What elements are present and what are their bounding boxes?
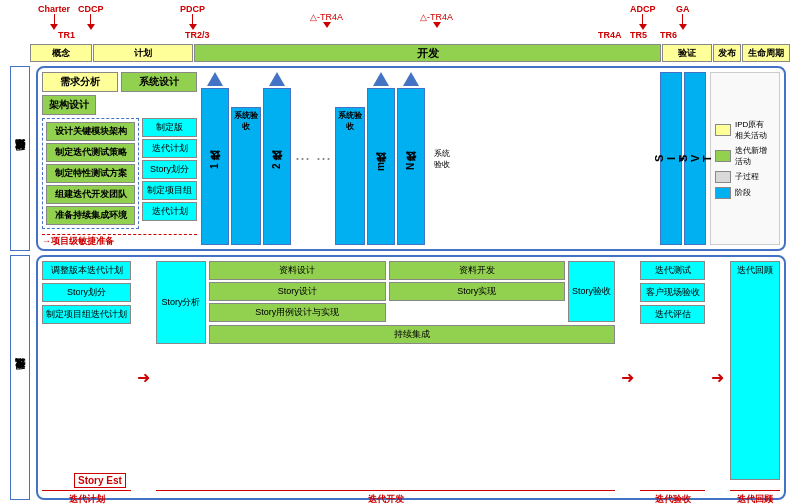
bottom-process-frame: 调整版本迭代计划 Story划分 制定项目组迭代计划 迭代计划 ➜ Story分… <box>36 255 786 500</box>
iter-n-box: 迭代N <box>397 88 425 245</box>
story-analysis: Story分析 <box>156 261 206 344</box>
milestone-ga: GA <box>676 4 690 30</box>
iter2-triangle <box>269 72 285 86</box>
arrow1: ➜ <box>134 261 153 494</box>
act5: 准备持续集成环境 <box>46 206 135 225</box>
story-review: Story验收 <box>568 261 615 322</box>
tr6-label: TR6 <box>660 30 677 40</box>
dots1: ··· <box>293 72 312 245</box>
iter-dev-section: Story分析 资料设计 Story设计 Story用例设计与实现 资料开发 S <box>156 261 615 494</box>
story-fen: Story划分 <box>142 160 197 179</box>
req-system-boxes: 需求分析 系统设计 <box>42 72 197 92</box>
legend-label-1: IPD原有相关活动 <box>735 119 767 141</box>
main-container: Charter CDCP PDCP △-TR4A △-TR4A ADCP <box>0 0 800 504</box>
dots2: ··· <box>314 72 333 245</box>
iter1-triangle <box>207 72 223 86</box>
iter-plan-label: 迭代计划 <box>42 490 131 504</box>
sys-review3: 系统验收 <box>427 72 457 245</box>
iter2-box: 迭代2 <box>263 88 291 245</box>
iter-n-col: 迭代N <box>397 72 425 245</box>
tr4-label: TR4A <box>598 30 622 40</box>
legend-color-2 <box>715 150 731 162</box>
legend-label-4: 阶段 <box>735 187 751 198</box>
act2: 制定迭代测试策略 <box>46 143 135 162</box>
iter-dev-inner: Story分析 资料设计 Story设计 Story用例设计与实现 资料开发 S <box>156 261 615 344</box>
iter-plan-box4: 迭代计划 <box>142 202 197 221</box>
story-impl: Story实现 <box>389 282 566 301</box>
phase-concept: 概念 <box>30 44 92 62</box>
milestone-charter: Charter <box>38 4 70 30</box>
story-case-design: Story用例设计与实现 <box>209 303 386 322</box>
milestone-tr4a2: △-TR4A <box>420 12 453 28</box>
phase-lifecycle: 生命周期 <box>742 44 790 62</box>
sys-review1: 系统验收 <box>231 72 261 245</box>
iter1-box: 迭代1 <box>201 88 229 245</box>
legend-item-2: 迭代新增活动 <box>715 145 775 167</box>
iter2-col: 迭代2 <box>263 72 291 245</box>
legend-color-4 <box>715 187 731 199</box>
bottom-frame-row: 单次迭代过程 调整版本迭代计划 Story划分 制定项目组迭代计划 迭代计划 ➜… <box>10 255 790 500</box>
legend-label-2: 迭代新增活动 <box>735 145 767 167</box>
iter-review: 迭代回顾 <box>730 261 780 480</box>
milestone-adcp: ADCP <box>630 4 656 30</box>
legend-item-3: 子过程 <box>715 171 775 183</box>
iter-plan-box3: 制定项目组 <box>142 181 197 200</box>
left-section: 需求分析 系统设计 架构设计 设计关键模块架构 制定迭代测试策略 制定特性测试方… <box>42 72 197 245</box>
iter-eval: 迭代评估 <box>640 305 705 324</box>
iter-m-col: 迭代m <box>367 72 395 245</box>
sys-review2: 系统验收 <box>335 72 365 245</box>
iter-m-triangle <box>373 72 389 86</box>
iter-test-label: 迭代验收 <box>640 490 705 504</box>
iter-plan-box2: 迭代计划 <box>142 139 197 158</box>
top-process-frame: 需求分析 系统设计 架构设计 设计关键模块架构 制定迭代测试策略 制定特性测试方… <box>36 66 786 251</box>
set-iter-plan: 制定项目组迭代计划 <box>42 305 131 324</box>
continuous-integration: 持续集成 <box>209 325 615 344</box>
activities-iterplan: 设计关键模块架构 制定迭代测试策略 制定特性测试方案 组建迭代开发团队 准备持续… <box>42 118 197 229</box>
design-dev-cols: 资料设计 Story设计 Story用例设计与实现 资料开发 Story实现 S… <box>209 261 615 344</box>
milestone-tr4a1: △-TR4A <box>310 12 343 28</box>
legend-color-1 <box>715 124 731 136</box>
iterations-area: 迭代1 系统验收 迭代2 ··· ··· 系统验收 <box>201 72 656 245</box>
iter-m-box: 迭代m <box>367 88 395 245</box>
milestone-cdcp: CDCP <box>78 4 104 30</box>
sit-svt: SIT SVT <box>660 72 706 245</box>
phase-verify: 验证 <box>662 44 712 62</box>
design-col: 资料设计 Story设计 Story用例设计与实现 <box>209 261 386 322</box>
dev-col: 资料开发 Story实现 <box>389 261 566 322</box>
project-annotation: →项目级敏捷准备 <box>42 234 197 248</box>
customer-onsite: 客户现场验收 <box>640 283 705 302</box>
sys-review2-box: 系统验收 <box>335 107 365 245</box>
sys-review3-label: 系统验收 <box>434 148 450 170</box>
arch-design-box: 架构设计 <box>42 95 96 115</box>
tr23-label: TR2/3 <box>185 30 210 40</box>
system-design-box: 系统设计 <box>121 72 197 92</box>
iter-plan-col: 制定版 迭代计划 Story划分 制定项目组 迭代计划 <box>142 118 197 229</box>
iter-plan-section: 调整版本迭代计划 Story划分 制定项目组迭代计划 迭代计划 <box>42 261 131 494</box>
legend-item-1: IPD原有相关活动 <box>715 119 775 141</box>
design-activities: 设计关键模块架构 制定迭代测试策略 制定特性测试方案 组建迭代开发团队 准备持续… <box>42 118 139 229</box>
top-frame-row: 整体过程框架 需求分析 系统设计 架构设计 设 <box>10 66 790 251</box>
material-dev: 资料开发 <box>389 261 566 280</box>
sys-review1-box: 系统验收 <box>231 107 261 245</box>
design-row: 资料设计 Story设计 Story用例设计与实现 资料开发 Story实现 S… <box>209 261 615 322</box>
phase-header-bar: 概念 计划 开发 验证 发布 生命周期 <box>30 44 790 62</box>
arrow2: ➜ <box>618 261 637 494</box>
svt-box: SVT <box>684 72 706 245</box>
phase-develop: 开发 <box>194 44 661 62</box>
phase-release: 发布 <box>713 44 741 62</box>
iter-review-section: 迭代回顾 迭代回顾 <box>730 261 780 494</box>
requirements-box: 需求分析 <box>42 72 118 92</box>
iter-test-section: 迭代测试 客户现场验收 迭代评估 迭代验收 <box>640 261 705 494</box>
outer-label-bottom: 单次迭代过程 <box>10 255 30 500</box>
arrow3: ➜ <box>708 261 727 494</box>
act1: 设计关键模块架构 <box>46 122 135 141</box>
act3: 制定特性测试方案 <box>46 164 135 183</box>
iter-n-triangle <box>403 72 419 86</box>
legend-color-3 <box>715 171 731 183</box>
legend-label-3: 子过程 <box>735 171 759 182</box>
tr1-label: TR1 <box>58 30 75 40</box>
milestone-row: Charter CDCP PDCP △-TR4A △-TR4A ADCP <box>30 4 790 40</box>
legend-box: IPD原有相关活动 迭代新增活动 子过程 阶段 <box>710 72 780 245</box>
legend-item-4: 阶段 <box>715 187 775 199</box>
milestone-pdcp: PDCP <box>180 4 205 30</box>
